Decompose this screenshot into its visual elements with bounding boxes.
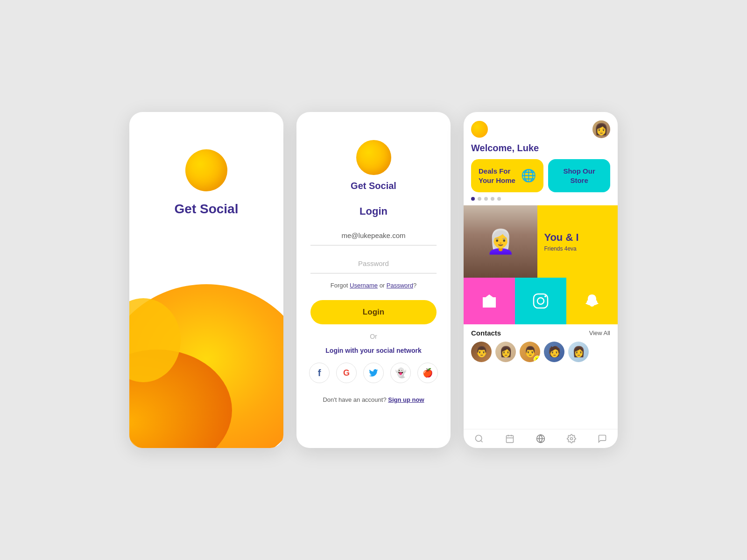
instagram-tile[interactable] bbox=[515, 278, 566, 324]
home-screen: 👩 Welcome, Luke Deals For Your Home 🌐 Sh… bbox=[464, 112, 618, 448]
fashion-tile[interactable] bbox=[464, 278, 515, 324]
snapchat-badge: S bbox=[534, 356, 540, 362]
svg-point-12 bbox=[571, 438, 573, 440]
promo-banner: 👩‍🦳 You & I Friends 4eva bbox=[464, 205, 618, 278]
forgot-text: Forgot Username or Password? bbox=[331, 282, 416, 289]
forgot-username-link[interactable]: Username bbox=[350, 282, 378, 289]
view-all-button[interactable]: View All bbox=[589, 329, 610, 336]
shop-card[interactable]: Shop Our Store bbox=[548, 159, 610, 192]
promo-subtitle: Friends 4eva bbox=[544, 245, 611, 252]
apple-login-btn[interactable]: 🍎 bbox=[417, 363, 438, 383]
shop-card-text: Shop Our Store bbox=[563, 167, 595, 185]
chat-nav[interactable] bbox=[587, 434, 618, 443]
deals-card-text: Deals For Your Home bbox=[479, 167, 515, 185]
twitter-login-btn[interactable] bbox=[363, 363, 384, 383]
calendar-nav[interactable] bbox=[494, 434, 525, 443]
globe-icon: 🌐 bbox=[521, 168, 536, 183]
bottom-nav bbox=[464, 429, 618, 448]
promo-text-area: You & I Friends 4eva bbox=[537, 205, 618, 278]
login-heading: Login bbox=[310, 205, 437, 217]
dot-2[interactable] bbox=[478, 197, 481, 201]
login-logo bbox=[356, 140, 391, 175]
signup-text: Don't have an account? Sign up now bbox=[323, 396, 424, 403]
carousel-dots bbox=[464, 192, 618, 205]
dot-4[interactable] bbox=[491, 197, 494, 201]
contact-3[interactable]: 👨 S bbox=[520, 342, 540, 362]
search-nav[interactable] bbox=[464, 434, 494, 443]
or-divider: Or bbox=[370, 333, 377, 340]
google-login-btn[interactable]: G bbox=[336, 363, 357, 383]
welcome-message: Welcome, Luke bbox=[464, 143, 618, 159]
contact-4[interactable]: 🧑 bbox=[544, 342, 564, 362]
promo-cards-row: Deals For Your Home 🌐 Shop Our Store bbox=[464, 159, 618, 192]
home-header: 👩 bbox=[464, 112, 618, 143]
contacts-section: Contacts View All 👨 👩 👨 S 🧑 👩 bbox=[464, 324, 618, 429]
login-app-title: Get Social bbox=[351, 181, 396, 191]
contacts-header: Contacts View All bbox=[471, 329, 610, 337]
facebook-login-btn[interactable]: f bbox=[309, 363, 330, 383]
splash-logo bbox=[185, 149, 227, 191]
dot-1[interactable] bbox=[471, 197, 475, 201]
password-input[interactable] bbox=[310, 254, 437, 273]
snapchat-tile[interactable] bbox=[566, 278, 618, 324]
contact-1[interactable]: 👨 bbox=[471, 342, 492, 362]
snapchat-login-btn[interactable]: 👻 bbox=[390, 363, 411, 383]
social-tiles bbox=[464, 278, 618, 324]
svg-point-6 bbox=[476, 435, 482, 441]
email-input[interactable] bbox=[310, 226, 437, 245]
forgot-password-link[interactable]: Password bbox=[387, 282, 413, 289]
dot-5[interactable] bbox=[497, 197, 501, 201]
contacts-avatars-row: 👨 👩 👨 S 🧑 👩 bbox=[471, 342, 610, 362]
social-icons-row: f G 👻 🍎 bbox=[309, 363, 438, 383]
svg-point-5 bbox=[544, 295, 546, 297]
contact-5[interactable]: 👩 bbox=[568, 342, 589, 362]
contacts-title: Contacts bbox=[471, 329, 501, 337]
login-button[interactable]: Login bbox=[310, 300, 437, 324]
splash-screen: Get Social bbox=[129, 112, 283, 448]
promo-title: You & I bbox=[544, 231, 611, 244]
promo-image: 👩‍🦳 bbox=[464, 205, 537, 278]
svg-point-4 bbox=[537, 298, 544, 304]
dot-3[interactable] bbox=[484, 197, 488, 201]
svg-rect-7 bbox=[507, 435, 514, 442]
deals-card[interactable]: Deals For Your Home 🌐 bbox=[471, 159, 543, 192]
signup-link[interactable]: Sign up now bbox=[388, 396, 424, 403]
home-logo-dot bbox=[471, 121, 488, 138]
user-avatar[interactable]: 👩 bbox=[592, 120, 610, 138]
globe-nav[interactable] bbox=[525, 434, 556, 443]
screens-container: Get Social bbox=[111, 84, 636, 476]
contact-2[interactable]: 👩 bbox=[495, 342, 516, 362]
social-network-label: Login with your social network bbox=[325, 347, 421, 354]
splash-title: Get Social bbox=[175, 202, 239, 217]
settings-nav[interactable] bbox=[556, 434, 587, 443]
login-screen: Get Social Login Forgot Username or Pass… bbox=[296, 112, 451, 448]
blob-container bbox=[129, 246, 283, 448]
